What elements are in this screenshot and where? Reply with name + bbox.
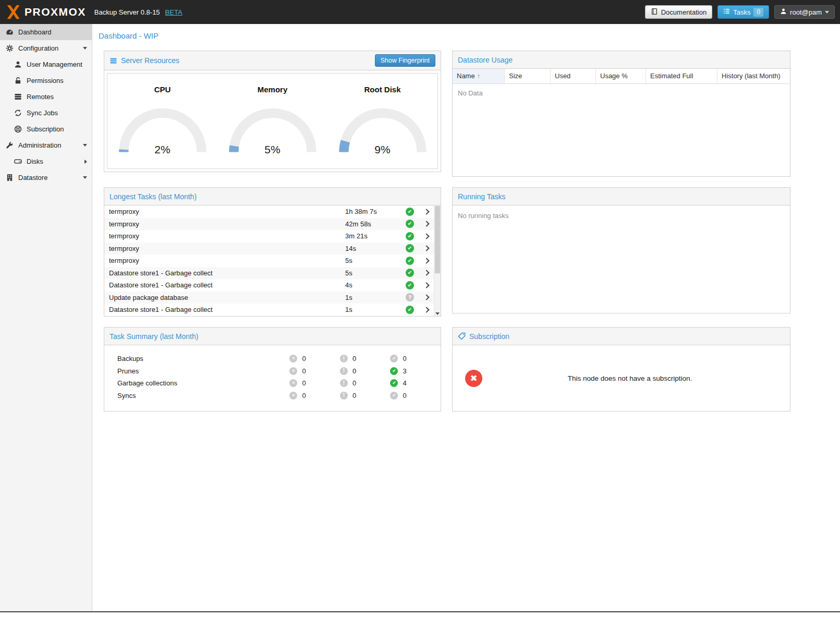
task-summary-header: Task Summary (last Month)	[104, 328, 441, 345]
expand-caret-icon[interactable]	[84, 160, 87, 164]
sidebar-item-disks[interactable]: Disks	[0, 153, 92, 170]
datastore-usage-panel: Datastore Usage Name ↑ Size Used Usage %	[452, 51, 790, 177]
column-label: Estimated Full	[650, 72, 693, 80]
wrench-icon	[6, 141, 14, 149]
sidebar-item-dashboard[interactable]: Dashboard	[0, 24, 92, 40]
tasks-button[interactable]: Tasks 0	[717, 5, 769, 19]
tasks-count-badge: 0	[753, 8, 763, 17]
sidebar-item-user-management[interactable]: User Management	[0, 56, 92, 72]
sidebar-item-subscription[interactable]: Subscription	[0, 121, 92, 137]
chevron-right-icon[interactable]	[419, 308, 434, 312]
scrollbar-thumb[interactable]	[435, 206, 440, 273]
app-version: Backup Server 0.8-15	[94, 8, 160, 16]
longest-tasks-header: Longest Tasks (last Month)	[104, 188, 441, 205]
chevron-right-icon[interactable]	[419, 295, 434, 299]
column-label: Name	[457, 72, 475, 80]
warning-count: 0	[352, 379, 356, 387]
documentation-button[interactable]: Documentation	[645, 5, 712, 19]
sidebar-item-label: Administration	[18, 141, 61, 149]
running-tasks-empty-text: No running tasks	[453, 205, 790, 313]
column-header-size[interactable]: Size	[505, 69, 551, 83]
task-row[interactable]: termproxy 14s	[104, 243, 434, 255]
task-row[interactable]: termproxy 3m 21s	[104, 230, 434, 243]
task-row[interactable]: termproxy 1h 38m 7s	[104, 205, 434, 218]
task-status-icon	[406, 306, 414, 314]
unlock-icon	[14, 77, 22, 84]
ok-circle-icon	[390, 379, 398, 387]
resource-box: CPU 2% Memory	[107, 73, 438, 169]
summary-row-garbage-collections: Garbage collections 0 0 4	[117, 377, 441, 390]
summary-label: Prunes	[117, 367, 289, 375]
ok-circle-icon	[390, 355, 398, 362]
chevron-right-icon[interactable]	[419, 222, 434, 226]
task-row[interactable]: Datastore store1 - Garbage collect 5s	[104, 267, 434, 280]
ok-count: 3	[403, 367, 406, 375]
task-row[interactable]: termproxy 42m 58s	[104, 218, 434, 231]
sidebar-item-remotes[interactable]: Remotes	[0, 89, 92, 105]
sidebar-item-administration[interactable]: Administration	[0, 137, 92, 153]
collapse-caret-icon[interactable]	[83, 144, 87, 147]
subscription-title: Subscription	[469, 332, 509, 341]
show-fingerprint-button[interactable]: Show Fingerprint	[375, 54, 436, 67]
chevron-right-icon[interactable]	[419, 259, 434, 263]
datastore-usage-column-headers: Name ↑ Size Used Usage % Estimated Full	[453, 69, 790, 84]
chevron-right-icon[interactable]	[419, 234, 434, 238]
scrollbar-down-button[interactable]	[434, 312, 441, 315]
task-duration: 5s	[345, 257, 400, 264]
server-resources-panel: Server Resources Show Fingerprint CPU	[104, 51, 441, 172]
task-name: Datastore store1 - Garbage collect	[109, 306, 345, 313]
sidebar-item-permissions[interactable]: Permissions	[0, 72, 92, 89]
column-label: History (last Month)	[722, 72, 781, 80]
user-menu-button[interactable]: root@pam	[774, 5, 835, 19]
task-status-icon	[406, 220, 414, 228]
chevron-right-icon[interactable]	[419, 283, 434, 287]
sidebar-item-label: Datastore	[18, 174, 47, 182]
task-name: termproxy	[109, 245, 345, 252]
task-row[interactable]: Datastore store1 - Garbage collect 1s	[104, 304, 434, 316]
task-duration: 1s	[345, 294, 400, 301]
task-row[interactable]: Update package database 1s	[104, 292, 434, 304]
tag-icon	[458, 332, 466, 340]
datastore-usage-header: Datastore Usage	[453, 51, 790, 69]
error-circle-icon	[289, 355, 297, 362]
column-header-usage-percent[interactable]: Usage %	[596, 69, 646, 83]
column-label: Used	[555, 72, 570, 80]
dashboard-icon	[6, 28, 14, 36]
scrollbar[interactable]	[434, 205, 441, 316]
running-tasks-header: Running Tasks	[453, 188, 790, 205]
sidebar-item-datastore[interactable]: Datastore	[0, 170, 92, 186]
task-list-icon	[723, 8, 730, 16]
task-name: Datastore store1 - Garbage collect	[109, 269, 345, 277]
task-status-icon	[406, 244, 414, 252]
column-label: Size	[509, 72, 522, 80]
column-header-history[interactable]: History (last Month)	[717, 69, 790, 83]
longest-tasks-panel: Longest Tasks (last Month) termproxy 1h …	[104, 187, 441, 317]
error-circle-icon	[289, 392, 297, 400]
task-name: Update package database	[109, 294, 345, 301]
task-summary-title: Task Summary (last Month)	[109, 332, 198, 341]
collapse-caret-icon[interactable]	[83, 47, 87, 50]
task-name: termproxy	[109, 257, 345, 264]
task-row[interactable]: Datastore store1 - Garbage collect 4s	[104, 279, 434, 292]
task-row[interactable]: termproxy 5s	[104, 255, 434, 267]
longest-tasks-list: termproxy 1h 38m 7s termproxy 42m 58s	[104, 205, 441, 316]
beta-link[interactable]: BETA	[165, 8, 182, 16]
dashboard-grid: Server Resources Show Fingerprint CPU	[92, 44, 840, 412]
sort-ascending-icon: ↑	[477, 72, 480, 80]
sidebar-item-sync-jobs[interactable]: Sync Jobs	[0, 105, 92, 121]
task-status-icon	[406, 208, 414, 216]
brand-text: PROXMOX	[25, 6, 86, 18]
collapse-caret-icon[interactable]	[83, 176, 87, 179]
column-header-used[interactable]: Used	[551, 69, 596, 83]
error-circle-icon	[289, 379, 297, 387]
chevron-right-icon[interactable]	[419, 210, 434, 214]
sidebar-item-label: Remotes	[27, 93, 54, 101]
chevron-right-icon[interactable]	[419, 246, 434, 250]
warning-circle-icon	[340, 379, 348, 387]
sidebar-item-configuration[interactable]: Configuration	[0, 40, 92, 56]
column-header-name[interactable]: Name ↑	[453, 69, 505, 83]
life-ring-icon	[14, 125, 22, 133]
column-header-estimated-full[interactable]: Estimated Full	[646, 69, 717, 83]
sidebar-item-label: Permissions	[27, 77, 64, 84]
chevron-right-icon[interactable]	[419, 271, 434, 275]
